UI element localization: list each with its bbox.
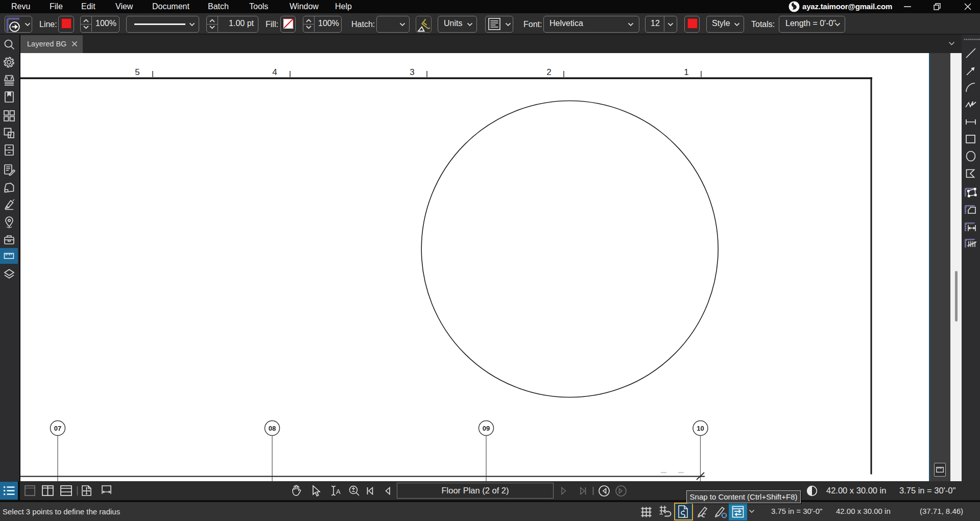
svg-text:10: 10: [697, 425, 704, 432]
svg-text:4: 4: [272, 67, 277, 77]
svg-text:2: 2: [546, 67, 551, 77]
svg-text:3: 3: [410, 67, 414, 77]
svg-text:08: 08: [269, 425, 276, 432]
svg-text:5: 5: [135, 67, 139, 77]
svg-text:A: A: [336, 488, 341, 495]
svg-text:07: 07: [54, 425, 61, 432]
svg-text:09: 09: [483, 425, 490, 432]
svg-text:1: 1: [684, 67, 688, 77]
